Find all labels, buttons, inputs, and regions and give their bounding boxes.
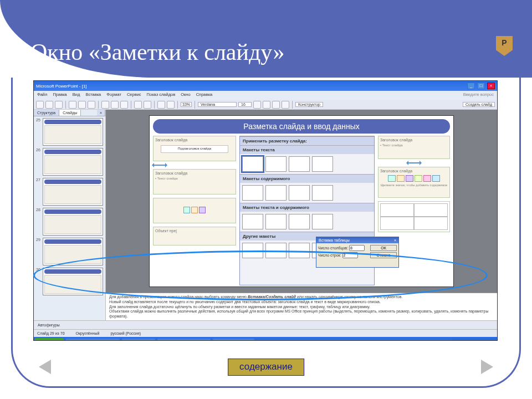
slide-thumbnail[interactable] [43,268,103,295]
layout-option[interactable] [289,156,310,172]
menu-insert[interactable]: Вставка [85,92,101,99]
slide-area: Разметка слайда и ввод данных Заголовок … [106,110,497,320]
undo-icon[interactable] [134,101,142,109]
thumb-number: 30 [36,268,43,295]
layout-option[interactable] [312,156,333,172]
tab-slides[interactable]: Слайды [59,110,81,116]
spell-icon[interactable] [88,101,95,109]
slide-thumbnail[interactable] [43,178,103,206]
thumbnail-list[interactable]: 25 26 27 28 29 30 [34,116,105,320]
paste-icon[interactable] [120,101,128,109]
chart-icon[interactable] [167,101,175,109]
ok-button[interactable]: ОК [370,245,397,251]
menu-bar: Файл Правка Вид Вставка Формат Сервис По… [34,91,497,100]
menu-window[interactable]: Окно [181,92,190,99]
clip-icon [199,207,206,213]
save-icon[interactable] [55,101,63,109]
rows-input[interactable] [342,252,358,258]
minimize-button[interactable]: _ [467,83,475,89]
layout-option[interactable] [242,214,263,229]
slide-thumbnail[interactable] [43,118,103,146]
insert-table-dialog[interactable]: Вставка таблицы × Число столбцов: Число … [316,237,399,268]
windows-taskbar: ⊞ пуск пояснитель.има - Дис... презентац… [34,337,497,341]
new-slide-button[interactable]: Создать слайд [463,102,495,107]
start-button[interactable]: ⊞ пуск [35,338,64,341]
help-search-box[interactable]: Введите вопрос [463,92,494,99]
standard-toolbar: 33% Verdana 16 Конструктор Создать слайд [34,100,497,110]
menu-tools[interactable]: Сервис [127,92,141,99]
dialog-close-icon[interactable]: × [394,238,396,242]
slide-thumbnail[interactable] [43,208,103,236]
menu-edit[interactable]: Правка [53,92,66,99]
contents-button[interactable]: содержание [228,359,304,376]
window-titlebar: Microsoft PowerPoint - [1] _ □ × [34,81,497,91]
layout-option[interactable] [242,156,263,172]
close-button[interactable]: × [487,83,495,89]
diagram-icon [415,175,422,182]
slide-thumbnail[interactable] [43,238,103,265]
menu-format[interactable]: Формат [106,92,121,99]
layout-option[interactable] [289,214,310,229]
autoshapes-button[interactable]: Автофигуры [38,323,60,327]
taskbar-item[interactable]: Microsoft PowerPoint ... [157,339,210,341]
redo-icon[interactable] [144,101,151,109]
layout-option[interactable] [242,243,263,258]
open-icon[interactable] [45,101,53,109]
layout-option[interactable] [312,214,333,229]
thumbnail-pane: Структура Слайды × 25 26 27 28 29 30 [34,110,106,320]
layout-option[interactable] [242,185,263,201]
close-pane-icon[interactable]: × [97,110,105,116]
zoom-box[interactable]: 33% [181,102,192,107]
layout-option[interactable] [265,243,287,258]
layout-option[interactable] [265,156,287,172]
menu-file[interactable]: Файл [37,92,47,99]
underline-icon[interactable] [272,101,280,109]
layout-pane-title: Применить разметку слайда: [240,136,374,145]
menu-help[interactable]: Справка [196,92,212,99]
taskbar-item[interactable]: презентации [122,339,155,341]
bold-icon[interactable] [253,101,261,109]
layout-option[interactable] [265,185,287,201]
layout-option[interactable] [289,243,310,258]
preview-icon[interactable] [78,101,86,109]
cut-icon[interactable] [101,101,109,109]
thumb-number: 28 [36,208,43,236]
current-slide[interactable]: Разметка слайда и ввод данных Заголовок … [149,115,454,287]
layout-option[interactable] [289,185,310,201]
clip-icon [432,175,440,182]
notes-pane[interactable]: Для добавления в презентацию нового слай… [106,293,497,320]
italic-icon[interactable] [263,101,270,109]
tab-structure[interactable]: Структура [34,110,59,116]
sample-content-slide [153,198,236,223]
drawing-toolbar: Автофигуры [34,320,497,329]
sample-text-slide: Заголовок слайда • Текст слайда [378,136,450,159]
print-icon[interactable] [69,101,76,109]
menu-view[interactable]: Вид [73,92,80,99]
shadow-icon[interactable] [282,101,289,109]
window-title: Microsoft PowerPoint - [1] [36,84,87,89]
new-icon[interactable] [36,101,44,109]
sample-title-slide: Заголовок слайда Подзаголовок слайда [153,136,236,161]
slide-thumbnail[interactable] [43,148,103,176]
chart-icon [183,207,190,213]
dialog-title: Вставка таблицы [319,238,350,242]
font-size-box[interactable]: 16 [238,102,252,107]
design-button[interactable]: Конструктор [295,102,323,107]
thumb-number: 29 [36,238,43,265]
layout-option[interactable] [265,214,287,229]
layout-option[interactable] [312,185,333,201]
prev-slide-arrow[interactable] [39,360,51,374]
maximize-button[interactable]: □ [477,83,485,89]
thumb-number: 26 [36,148,43,176]
taskbar-item[interactable]: пояснитель.има - Дис... [66,339,120,341]
cancel-button[interactable]: Отмена [370,252,397,258]
copy-icon[interactable] [111,101,119,109]
system-tray[interactable]: диски отсутствуют [452,338,496,341]
status-bar: Слайд 29 из 70 Округлённый русский (Росс… [34,329,497,337]
taskbar-item[interactable]: Adobe Photoshop [213,339,255,341]
menu-slideshow[interactable]: Показ слайдов [147,92,176,99]
table-icon[interactable] [157,101,165,109]
next-slide-arrow[interactable] [481,360,493,374]
cols-input[interactable] [349,245,365,251]
font-name-box[interactable]: Verdana [198,102,237,107]
